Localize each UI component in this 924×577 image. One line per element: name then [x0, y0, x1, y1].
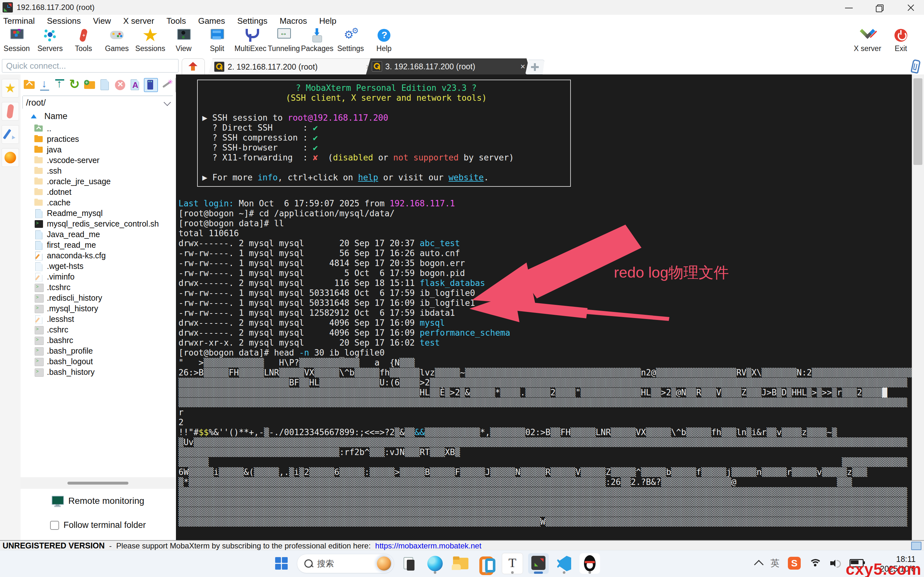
- name-column-header[interactable]: Name: [23, 110, 173, 122]
- folder-up-icon[interactable]: [23, 79, 36, 92]
- path-dropdown[interactable]: [23, 96, 173, 109]
- list-item[interactable]: .cache: [21, 197, 175, 208]
- menu-item-view[interactable]: View: [93, 16, 111, 26]
- toolbar-exit-button[interactable]: Exit: [884, 27, 918, 53]
- list-item[interactable]: .mysql_history: [21, 303, 175, 314]
- list-item[interactable]: Readme_mysql: [21, 208, 175, 219]
- menu-item-macros[interactable]: Macros: [280, 16, 307, 26]
- path-input[interactable]: [23, 96, 177, 110]
- list-item[interactable]: .bash_profile: [21, 346, 175, 356]
- sogou-input-icon[interactable]: S: [788, 557, 801, 570]
- list-item[interactable]: Java_read_me: [21, 229, 175, 240]
- list-item[interactable]: first_read_me: [21, 240, 175, 250]
- file-explorer-icon[interactable]: [450, 553, 471, 574]
- link-app-icon[interactable]: [476, 553, 497, 574]
- minimize-button[interactable]: [844, 3, 855, 12]
- remote-monitoring-button[interactable]: Remote monitoring: [21, 496, 175, 506]
- toolbar-tools-button[interactable]: Tools: [67, 27, 100, 53]
- list-item[interactable]: .oracle_jre_usage: [21, 176, 175, 187]
- menu-item-sessions[interactable]: Sessions: [47, 16, 81, 26]
- refresh-icon[interactable]: [68, 79, 81, 92]
- list-item[interactable]: .tcshrc: [21, 282, 175, 293]
- speaker-icon[interactable]: [830, 559, 841, 568]
- quick-connect-input[interactable]: [2, 59, 179, 73]
- list-item[interactable]: .rediscli_history: [21, 293, 175, 303]
- web-globe-icon[interactable]: [2, 148, 19, 167]
- new-folder-icon[interactable]: [84, 79, 96, 92]
- list-item[interactable]: .bashrc: [21, 335, 175, 346]
- new-tab-button[interactable]: [525, 60, 545, 74]
- list-item[interactable]: .wget-hsts: [21, 261, 175, 271]
- menu-item-terminal[interactable]: Terminal: [3, 16, 35, 26]
- toolbar-help-button[interactable]: Help: [367, 27, 401, 53]
- list-item[interactable]: ..: [21, 123, 175, 134]
- tools-knife-icon[interactable]: [2, 102, 19, 121]
- toolbar-games-button[interactable]: Games: [100, 27, 134, 53]
- ime-indicator[interactable]: 英: [771, 557, 779, 569]
- terminal-follow-icon[interactable]: [144, 78, 158, 92]
- toolbar-servers-button[interactable]: Servers: [33, 27, 67, 53]
- toolbar-tunneling-button[interactable]: Tunneling: [267, 27, 300, 53]
- new-file-icon[interactable]: [98, 79, 111, 92]
- list-item[interactable]: .lesshst: [21, 314, 175, 324]
- terminal-scrollbar[interactable]: [912, 74, 924, 540]
- edge-browser-icon[interactable]: [425, 553, 445, 574]
- wifi-icon[interactable]: [809, 558, 822, 568]
- menu-item-games[interactable]: Games: [198, 16, 225, 26]
- toolbar-x-server-button[interactable]: X server: [851, 27, 884, 53]
- rename-icon[interactable]: [129, 79, 142, 92]
- upload-icon[interactable]: [53, 79, 66, 92]
- sidebar-splitter[interactable]: [21, 477, 175, 489]
- magic-wand-icon[interactable]: [160, 79, 173, 92]
- close-button[interactable]: [905, 3, 916, 12]
- tab-session-3[interactable]: 3. 192.168.117.200 (root) ×: [366, 58, 531, 74]
- mobaxterm-taskbar-icon[interactable]: [528, 553, 549, 574]
- list-item[interactable]: java: [21, 144, 175, 155]
- qq-icon[interactable]: [579, 553, 600, 574]
- taskbar-search[interactable]: 搜索: [297, 554, 394, 573]
- search-highlight-moon-image[interactable]: [377, 556, 391, 571]
- toolbar-settings-button[interactable]: Settings: [334, 27, 367, 53]
- tray-expand-icon[interactable]: [754, 560, 764, 569]
- list-item[interactable]: .cshrc: [21, 324, 175, 335]
- mobatek-link[interactable]: https://mobaxterm.mobatek.net: [375, 542, 482, 550]
- vscode-icon[interactable]: [554, 553, 574, 574]
- file-name: .ssh: [47, 166, 62, 176]
- maximize-button[interactable]: [874, 3, 885, 12]
- mobaxterm-app-icon: [3, 2, 13, 13]
- toolbar-session-button[interactable]: Session: [0, 27, 33, 53]
- attachment-icon[interactable]: [911, 59, 921, 74]
- follow-terminal-folder-checkbox[interactable]: [50, 521, 59, 530]
- list-item[interactable]: .viminfo: [21, 271, 175, 282]
- toolbar-packages-button[interactable]: Packages: [300, 27, 334, 53]
- list-item[interactable]: anaconda-ks.cfg: [21, 250, 175, 261]
- list-item[interactable]: .ssh: [21, 166, 175, 176]
- list-item[interactable]: practices: [21, 134, 175, 144]
- delete-icon[interactable]: [114, 79, 126, 92]
- list-item[interactable]: .bash_history: [21, 367, 175, 377]
- tab-session-2[interactable]: 2. 192.168.117.200 (root) ×: [208, 58, 377, 75]
- list-item[interactable]: .vscode-server: [21, 155, 175, 166]
- scrollbar-thumb[interactable]: [913, 78, 922, 165]
- file-file-icon: [34, 230, 44, 239]
- tab-close-icon[interactable]: ×: [513, 61, 525, 72]
- start-button[interactable]: [271, 553, 292, 574]
- task-view-button[interactable]: [399, 553, 419, 574]
- toolbar-split-button[interactable]: Split: [200, 27, 234, 53]
- toolbar-sessions-button[interactable]: Sessions: [134, 27, 167, 53]
- toolbar-view-button[interactable]: View: [167, 27, 200, 53]
- terminal-pane[interactable]: ? MobaXterm Personal Edition v23.3 ?(SSH…: [176, 74, 912, 540]
- menu-item-settings[interactable]: Settings: [237, 16, 268, 26]
- menu-item-help[interactable]: Help: [319, 16, 336, 26]
- list-item[interactable]: mysql_redis_service_control.sh: [21, 219, 175, 229]
- menu-item-tools[interactable]: Tools: [166, 16, 186, 26]
- list-item[interactable]: .bash_logout: [21, 356, 175, 367]
- typora-icon[interactable]: T: [502, 553, 523, 574]
- download-icon[interactable]: [38, 79, 51, 92]
- list-item[interactable]: .dotnet: [21, 187, 175, 197]
- favorites-star-icon[interactable]: ★: [2, 79, 19, 98]
- toolbar-multiexec-button[interactable]: MultiExec: [234, 27, 267, 53]
- home-tab-button[interactable]: [182, 58, 205, 75]
- editor-pen-icon[interactable]: [2, 125, 19, 144]
- menu-item-x-server[interactable]: X server: [123, 16, 155, 26]
